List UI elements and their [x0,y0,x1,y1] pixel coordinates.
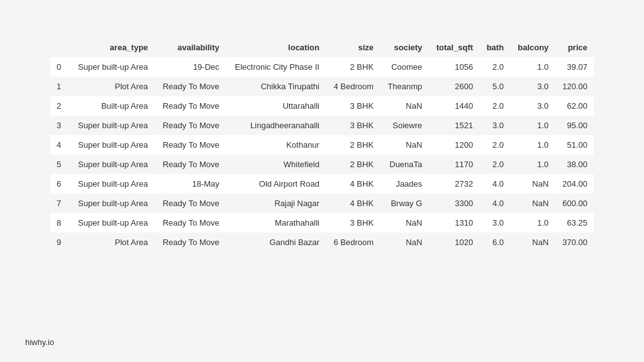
cell-location: Electronic City Phase II [226,57,326,77]
cell-area_type: Super built-up Area [69,57,154,77]
col-header-bath: bath [479,38,510,57]
cell-balcony: 1.0 [510,213,555,233]
cell-balcony: 3.0 [510,77,555,96]
cell-location: Uttarahalli [226,96,326,116]
cell-index: 2 [50,96,69,116]
cell-area_type: Super built-up Area [69,194,154,213]
cell-area_type: Plot Area [69,233,154,252]
cell-total_sqft: 1200 [428,135,479,155]
cell-index: 9 [50,233,69,252]
table-row: 7Super built-up AreaReady To MoveRajaji … [50,194,594,213]
cell-bath: 3.0 [479,116,510,135]
cell-bath: 6.0 [479,233,510,252]
cell-size: 2 BHK [326,155,380,174]
cell-bath: 4.0 [479,174,510,194]
cell-availability: Ready To Move [154,155,225,174]
cell-area_type: Super built-up Area [69,135,154,155]
cell-price: 95.00 [555,116,594,135]
col-header-society: society [380,38,428,57]
cell-society: NaN [380,213,428,233]
cell-bath: 2.0 [479,96,510,116]
table-header-row: area_type availability location size soc… [50,38,594,57]
cell-location: Kothanur [226,135,326,155]
table-row: 8Super built-up AreaReady To MoveMaratha… [50,213,594,233]
main-container: area_type availability location size soc… [0,0,644,277]
cell-location: Gandhi Bazar [226,233,326,252]
cell-area_type: Super built-up Area [69,174,154,194]
cell-total_sqft: 3300 [428,194,479,213]
cell-society: DuenaTa [380,155,428,174]
cell-size: 2 BHK [326,57,380,77]
col-header-balcony: balcony [510,38,555,57]
cell-total_sqft: 1521 [428,116,479,135]
cell-balcony: NaN [510,233,555,252]
cell-total_sqft: 1170 [428,155,479,174]
cell-price: 204.00 [555,174,594,194]
cell-society: Soiewre [380,116,428,135]
table-row: 1Plot AreaReady To MoveChikka Tirupathi4… [50,77,594,96]
cell-balcony: NaN [510,174,555,194]
cell-balcony: 3.0 [510,96,555,116]
brand-label: hiwhy.io [25,337,54,347]
cell-index: 1 [50,77,69,96]
cell-price: 63.25 [555,213,594,233]
cell-bath: 4.0 [479,194,510,213]
cell-index: 5 [50,155,69,174]
cell-total_sqft: 1310 [428,213,479,233]
cell-society: Theanmp [380,77,428,96]
cell-availability: 18-May [154,174,225,194]
cell-location: Lingadheeranahalli [226,116,326,135]
cell-index: 0 [50,57,69,77]
cell-size: 3 BHK [326,213,380,233]
cell-total_sqft: 2732 [428,174,479,194]
cell-price: 120.00 [555,77,594,96]
cell-size: 3 BHK [326,116,380,135]
cell-availability: Ready To Move [154,233,225,252]
cell-location: Old Airport Road [226,174,326,194]
cell-size: 2 BHK [326,135,380,155]
table-row: 0Super built-up Area19-DecElectronic Cit… [50,57,594,77]
cell-society: Brway G [380,194,428,213]
col-header-index [50,38,69,57]
cell-total_sqft: 1440 [428,96,479,116]
table-row: 4Super built-up AreaReady To MoveKothanu… [50,135,594,155]
cell-index: 3 [50,116,69,135]
cell-balcony: 1.0 [510,135,555,155]
cell-size: 6 Bedroom [326,233,380,252]
cell-size: 4 BHK [326,194,380,213]
cell-balcony: NaN [510,194,555,213]
cell-location: Chikka Tirupathi [226,77,326,96]
cell-index: 8 [50,213,69,233]
cell-bath: 2.0 [479,155,510,174]
cell-total_sqft: 2600 [428,77,479,96]
col-header-size: size [326,38,380,57]
cell-availability: Ready To Move [154,96,225,116]
cell-price: 62.00 [555,96,594,116]
cell-size: 4 BHK [326,174,380,194]
cell-balcony: 1.0 [510,155,555,174]
table-row: 9Plot AreaReady To MoveGandhi Bazar6 Bed… [50,233,594,252]
cell-total_sqft: 1020 [428,233,479,252]
cell-area_type: Super built-up Area [69,116,154,135]
cell-bath: 2.0 [479,135,510,155]
cell-area_type: Built-up Area [69,96,154,116]
cell-availability: Ready To Move [154,194,225,213]
col-header-area-type: area_type [69,38,154,57]
cell-index: 7 [50,194,69,213]
cell-balcony: 1.0 [510,57,555,77]
col-header-availability: availability [154,38,225,57]
table-row: 2Built-up AreaReady To MoveUttarahalli3 … [50,96,594,116]
cell-balcony: 1.0 [510,116,555,135]
cell-size: 3 BHK [326,96,380,116]
cell-size: 4 Bedroom [326,77,380,96]
cell-price: 370.00 [555,233,594,252]
cell-availability: 19-Dec [154,57,225,77]
cell-bath: 5.0 [479,77,510,96]
cell-total_sqft: 1056 [428,57,479,77]
cell-area_type: Super built-up Area [69,213,154,233]
cell-location: Marathahalli [226,213,326,233]
cell-availability: Ready To Move [154,213,225,233]
cell-location: Whitefield [226,155,326,174]
cell-availability: Ready To Move [154,116,225,135]
cell-index: 4 [50,135,69,155]
